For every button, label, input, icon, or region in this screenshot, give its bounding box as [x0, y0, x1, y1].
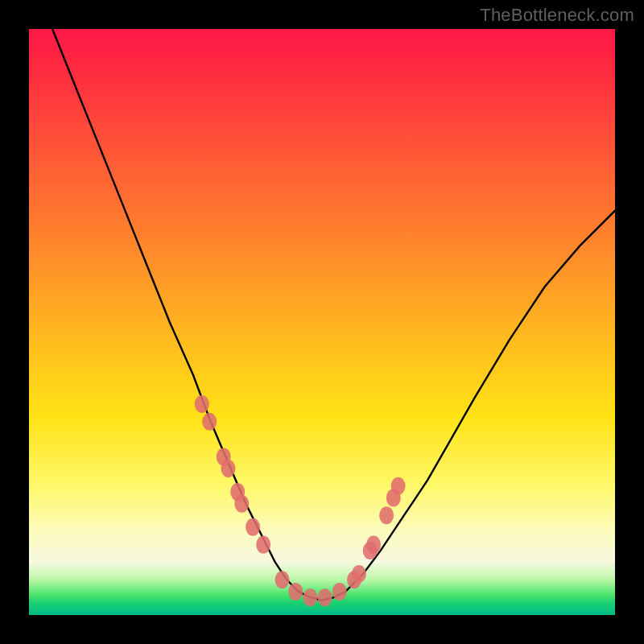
highlight-dot: [275, 571, 290, 588]
highlight-dot: [195, 395, 209, 413]
highlight-dot: [202, 413, 217, 431]
plot-area: [29, 29, 615, 615]
outer-frame: TheBottleneck.com: [0, 0, 644, 644]
highlight-dot: [366, 536, 381, 554]
highlight-dot: [391, 477, 406, 495]
chart-svg: [29, 29, 615, 615]
bottleneck-curve: [52, 29, 615, 601]
highlight-dot: [303, 588, 317, 606]
highlight-dot: [318, 588, 332, 606]
highlight-dot: [288, 583, 303, 601]
highlight-dot: [221, 460, 236, 477]
highlight-dot: [234, 495, 249, 513]
highlight-dot: [352, 565, 366, 583]
watermark-text: TheBottleneck.com: [480, 5, 634, 26]
highlight-dot: [256, 536, 270, 554]
highlight-dot: [246, 518, 260, 536]
highlight-dots-group: [195, 395, 406, 606]
highlight-dot: [332, 583, 347, 601]
highlight-dot: [379, 506, 394, 524]
